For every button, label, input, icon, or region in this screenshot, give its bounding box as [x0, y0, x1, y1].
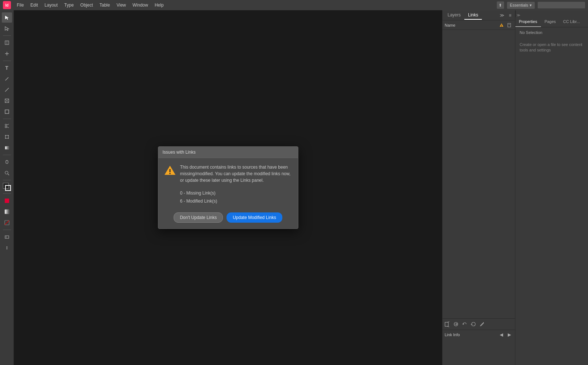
name-column-header: Name — [445, 23, 498, 27]
tab-cc-libraries[interactable]: CC Libr... — [560, 17, 584, 27]
link-info-prev[interactable]: ◀ — [498, 331, 505, 338]
issues-with-links-dialog: Issues with Links This document contains… — [158, 146, 298, 229]
edit-original-icon[interactable] — [479, 321, 486, 327]
essentials-dropdown[interactable]: Essentials ▾ — [507, 2, 535, 9]
free-transform-tool[interactable] — [2, 132, 12, 142]
go-to-link-icon[interactable] — [453, 321, 459, 327]
link-info-header: Link Info ◀ ▶ — [442, 330, 515, 339]
more-tools[interactable] — [2, 243, 12, 253]
svg-point-12 — [5, 124, 7, 126]
svg-point-31 — [6, 247, 7, 248]
search-input[interactable] — [538, 2, 585, 8]
svg-rect-39 — [508, 23, 511, 27]
pencil-tool[interactable] — [2, 74, 12, 84]
svg-line-15 — [7, 127, 9, 128]
menubar-right: ⬆ Essentials ▾ — [497, 1, 585, 9]
placeholder-frame-tool[interactable] — [2, 232, 12, 242]
svg-line-7 — [5, 88, 9, 92]
panel-expand-icon[interactable]: ≫ — [499, 12, 506, 19]
selection-tool[interactable] — [2, 12, 12, 23]
gradient-swatch-tool[interactable] — [2, 143, 12, 153]
svg-rect-28 — [5, 236, 9, 238]
menu-table[interactable]: Table — [97, 1, 113, 9]
links-panel-bottom — [442, 318, 515, 330]
svg-rect-34 — [169, 169, 170, 172]
update-link-icon[interactable] — [461, 321, 468, 327]
update-all-links-icon[interactable] — [470, 321, 477, 327]
svg-point-13 — [5, 126, 7, 128]
rectangle-frame-tool[interactable] — [2, 96, 12, 106]
links-panel-content — [442, 30, 515, 318]
line-tool[interactable] — [2, 85, 12, 95]
menu-type[interactable]: Type — [61, 1, 77, 9]
svg-rect-24 — [5, 199, 9, 203]
links-panel-tabs: Layers Links ≫ ≡ — [442, 10, 515, 20]
fill-stroke-colors[interactable] — [3, 183, 11, 191]
left-toolbar: T — [0, 10, 14, 365]
app-logo: Adobe InDesignId — [3, 1, 11, 9]
share-button[interactable]: ⬆ — [497, 1, 504, 9]
svg-rect-17 — [5, 135, 6, 136]
menu-object[interactable]: Object — [77, 1, 96, 9]
menu-edit[interactable]: Edit — [27, 1, 41, 9]
svg-line-6 — [5, 77, 8, 80]
dialog-title: Issues with Links — [163, 150, 196, 155]
tool-separator-3 — [3, 119, 11, 119]
direct-selection-tool[interactable] — [2, 23, 12, 34]
dialog-message-text: This document contains links to sources … — [180, 164, 292, 184]
hand-tool[interactable] — [2, 157, 12, 167]
menu-file[interactable]: File — [14, 1, 27, 9]
link-info-next[interactable]: ▶ — [506, 331, 513, 338]
svg-point-35 — [169, 173, 171, 174]
alert-icon — [498, 22, 505, 28]
svg-rect-41 — [445, 322, 448, 326]
apply-none-tool[interactable] — [2, 218, 12, 228]
svg-rect-25 — [5, 210, 9, 214]
tab-links[interactable]: Links — [464, 11, 482, 20]
gap-tool[interactable] — [2, 49, 12, 59]
panel-header-icons — [498, 22, 513, 28]
svg-rect-16 — [5, 135, 8, 138]
tool-separator-6 — [3, 193, 11, 194]
menu-view[interactable]: View — [113, 1, 129, 9]
dialog-titlebar: Issues with Links — [158, 147, 298, 158]
menu-bar: Adobe InDesignId File Edit Layout Type O… — [0, 0, 588, 10]
type-tool[interactable]: T — [2, 63, 12, 73]
svg-line-46 — [483, 322, 484, 323]
page-tool[interactable] — [2, 38, 12, 48]
panel-menu-icon[interactable]: ≡ — [507, 12, 514, 19]
link-info-body — [442, 339, 515, 365]
right-panels: Layers Links ≫ ≡ Name — [442, 10, 588, 365]
tool-separator-2 — [3, 61, 11, 61]
dialog-stats: 0 - Missing Link(s) 6 - Modified Link(s) — [164, 189, 292, 210]
apply-gradient-tool[interactable] — [2, 207, 12, 217]
tab-pages[interactable]: Pages — [541, 17, 560, 27]
menu-layout[interactable]: Layout — [42, 1, 61, 9]
menu-help[interactable]: Help — [152, 1, 167, 9]
tab-properties[interactable]: Properties — [515, 17, 541, 27]
svg-rect-19 — [5, 138, 6, 139]
panel-tab-actions: ≫ ≡ — [499, 12, 514, 19]
update-modified-links-button[interactable]: Update Modified Links — [227, 212, 282, 223]
svg-marker-1 — [5, 27, 9, 31]
relink-icon[interactable] — [444, 321, 450, 327]
dont-update-links-button[interactable]: Don't Update Links — [174, 212, 223, 223]
menu-window[interactable]: Window — [129, 1, 151, 9]
chevron-down-icon: ▾ — [530, 3, 532, 8]
svg-rect-20 — [8, 138, 9, 139]
scissors-tool[interactable] — [2, 121, 12, 131]
link-pages-icon — [506, 22, 513, 28]
tab-layers[interactable]: Layers — [444, 11, 464, 20]
rectangle-tool[interactable] — [2, 107, 12, 117]
zoom-tool[interactable] — [2, 168, 12, 178]
dialog-overlay: Issues with Links This document contains… — [14, 10, 442, 365]
canvas-area: Issues with Links This document contains… — [14, 10, 442, 365]
apply-color-tool[interactable] — [2, 196, 12, 206]
tool-separator-1 — [3, 35, 11, 36]
links-panel-header: Name — [442, 20, 515, 30]
panel-collapse-button[interactable]: ≫ — [515, 10, 521, 17]
svg-point-30 — [6, 246, 7, 247]
svg-rect-21 — [5, 146, 9, 149]
svg-point-22 — [5, 171, 8, 174]
svg-point-32 — [6, 249, 7, 249]
